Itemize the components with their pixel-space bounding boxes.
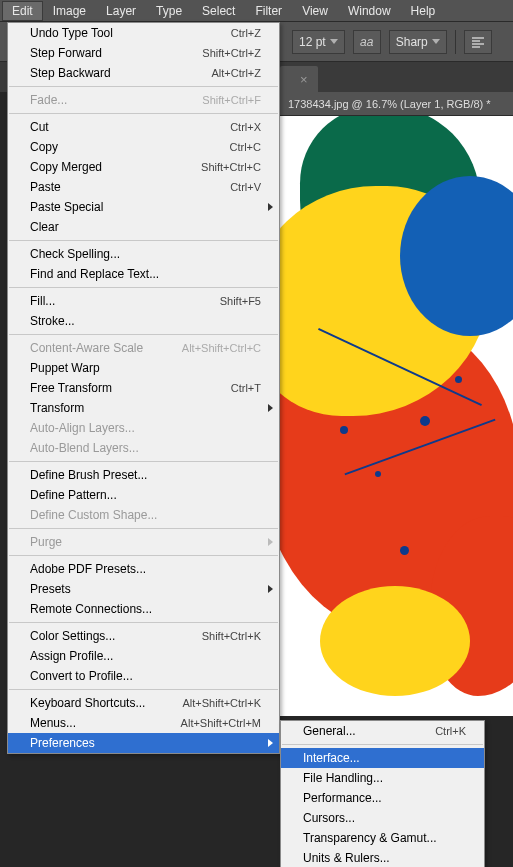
menu-separator (9, 528, 278, 529)
edit-item-copy-merged[interactable]: Copy MergedShift+Ctrl+C (8, 157, 279, 177)
menu-view[interactable]: View (292, 1, 338, 21)
menu-item-shortcut: Ctrl+T (231, 382, 261, 394)
edit-item-auto-blend-layers: Auto-Blend Layers... (8, 438, 279, 458)
edit-item-keyboard-shortcuts[interactable]: Keyboard Shortcuts...Alt+Shift+Ctrl+K (8, 693, 279, 713)
edit-item-preferences[interactable]: Preferences (8, 733, 279, 753)
menu-item-label: Define Brush Preset... (30, 468, 147, 482)
menu-item-label: Paste (30, 180, 61, 194)
menu-item-label: Clear (30, 220, 59, 234)
edit-item-define-pattern[interactable]: Define Pattern... (8, 485, 279, 505)
edit-item-remote-connections[interactable]: Remote Connections... (8, 599, 279, 619)
menu-help[interactable]: Help (401, 1, 446, 21)
prefs-item-units-rulers[interactable]: Units & Rulers... (281, 848, 484, 867)
prefs-item-interface[interactable]: Interface... (281, 748, 484, 768)
font-size-field[interactable]: 12 pt (292, 30, 345, 54)
menu-item-shortcut: Ctrl+Z (231, 27, 261, 39)
menu-item-label: Fade... (30, 93, 67, 107)
menu-item-shortcut: Ctrl+C (230, 141, 261, 153)
menu-item-shortcut: Alt+Shift+Ctrl+C (182, 342, 261, 354)
submenu-arrow-icon (268, 203, 273, 211)
prefs-item-performance[interactable]: Performance... (281, 788, 484, 808)
edit-item-color-settings[interactable]: Color Settings...Shift+Ctrl+K (8, 626, 279, 646)
menu-item-shortcut: Ctrl+K (435, 725, 466, 737)
menu-window[interactable]: Window (338, 1, 401, 21)
edit-item-define-brush-preset[interactable]: Define Brush Preset... (8, 465, 279, 485)
menu-item-shortcut: Alt+Ctrl+Z (211, 67, 261, 79)
document-tab[interactable]: × (280, 66, 318, 92)
menu-item-label: Remote Connections... (30, 602, 152, 616)
edit-item-content-aware-scale: Content-Aware ScaleAlt+Shift+Ctrl+C (8, 338, 279, 358)
prefs-item-general[interactable]: General...Ctrl+K (281, 721, 484, 741)
edit-item-define-custom-shape: Define Custom Shape... (8, 505, 279, 525)
edit-item-purge: Purge (8, 532, 279, 552)
edit-item-menus[interactable]: Menus...Alt+Shift+Ctrl+M (8, 713, 279, 733)
menu-item-label: Free Transform (30, 381, 112, 395)
prefs-item-cursors[interactable]: Cursors... (281, 808, 484, 828)
edit-item-puppet-warp[interactable]: Puppet Warp (8, 358, 279, 378)
font-size-value: 12 pt (299, 35, 326, 49)
menu-item-label: Copy (30, 140, 58, 154)
menu-item-label: Paste Special (30, 200, 103, 214)
edit-item-find-and-replace-text[interactable]: Find and Replace Text... (8, 264, 279, 284)
close-icon[interactable]: × (300, 72, 308, 87)
menu-separator (9, 334, 278, 335)
menu-type[interactable]: Type (146, 1, 192, 21)
edit-item-step-forward[interactable]: Step ForwardShift+Ctrl+Z (8, 43, 279, 63)
document-title: 1738434.jpg @ 16.7% (Layer 1, RGB/8) * (280, 92, 513, 116)
paint-yellow2 (320, 586, 470, 696)
menu-separator (9, 86, 278, 87)
menu-item-label: Content-Aware Scale (30, 341, 143, 355)
edit-item-presets[interactable]: Presets (8, 579, 279, 599)
menu-edit[interactable]: Edit (2, 1, 43, 21)
edit-item-cut[interactable]: CutCtrl+X (8, 117, 279, 137)
menu-item-label: Transform (30, 401, 84, 415)
document-canvas[interactable] (280, 116, 513, 716)
menu-separator (9, 240, 278, 241)
prefs-item-transparency-gamut[interactable]: Transparency & Gamut... (281, 828, 484, 848)
edit-item-step-backward[interactable]: Step BackwardAlt+Ctrl+Z (8, 63, 279, 83)
edit-item-fill[interactable]: Fill...Shift+F5 (8, 291, 279, 311)
menu-layer[interactable]: Layer (96, 1, 146, 21)
edit-item-auto-align-layers: Auto-Align Layers... (8, 418, 279, 438)
document-title-text: 1738434.jpg @ 16.7% (Layer 1, RGB/8) * (288, 98, 491, 110)
menu-item-label: Undo Type Tool (30, 26, 113, 40)
edit-item-paste-special[interactable]: Paste Special (8, 197, 279, 217)
edit-item-adobe-pdf-presets[interactable]: Adobe PDF Presets... (8, 559, 279, 579)
menu-item-label: Define Custom Shape... (30, 508, 157, 522)
menu-item-shortcut: Shift+Ctrl+K (202, 630, 261, 642)
antialias-mode-value: Sharp (396, 35, 428, 49)
menu-item-label: Assign Profile... (30, 649, 113, 663)
menu-image[interactable]: Image (43, 1, 96, 21)
edit-item-stroke[interactable]: Stroke... (8, 311, 279, 331)
antialias-mode-field[interactable]: Sharp (389, 30, 447, 54)
edit-item-copy[interactable]: CopyCtrl+C (8, 137, 279, 157)
divider (455, 30, 456, 54)
edit-item-paste[interactable]: PasteCtrl+V (8, 177, 279, 197)
menu-item-label: Color Settings... (30, 629, 115, 643)
menu-item-label: Step Backward (30, 66, 111, 80)
menu-item-label: Find and Replace Text... (30, 267, 159, 281)
menu-item-label: Cursors... (303, 811, 355, 825)
edit-item-undo-type-tool[interactable]: Undo Type ToolCtrl+Z (8, 23, 279, 43)
edit-item-clear[interactable]: Clear (8, 217, 279, 237)
menu-item-shortcut: Alt+Shift+Ctrl+K (182, 697, 261, 709)
submenu-arrow-icon (268, 538, 273, 546)
edit-item-check-spelling[interactable]: Check Spelling... (8, 244, 279, 264)
menu-separator (9, 287, 278, 288)
menu-filter[interactable]: Filter (245, 1, 292, 21)
edit-item-assign-profile[interactable]: Assign Profile... (8, 646, 279, 666)
edit-item-fade: Fade...Shift+Ctrl+F (8, 90, 279, 110)
antialias-icon: aa (353, 30, 381, 54)
chevron-down-icon (432, 39, 440, 44)
menu-item-shortcut: Ctrl+V (230, 181, 261, 193)
menu-bar: Edit Image Layer Type Select Filter View… (0, 0, 513, 22)
edit-item-free-transform[interactable]: Free TransformCtrl+T (8, 378, 279, 398)
edit-item-transform[interactable]: Transform (8, 398, 279, 418)
menu-item-label: Transparency & Gamut... (303, 831, 437, 845)
prefs-item-file-handling[interactable]: File Handling... (281, 768, 484, 788)
menu-select[interactable]: Select (192, 1, 245, 21)
menu-separator (9, 113, 278, 114)
align-left-button[interactable] (464, 30, 492, 54)
edit-item-convert-to-profile[interactable]: Convert to Profile... (8, 666, 279, 686)
menu-item-label: Fill... (30, 294, 55, 308)
